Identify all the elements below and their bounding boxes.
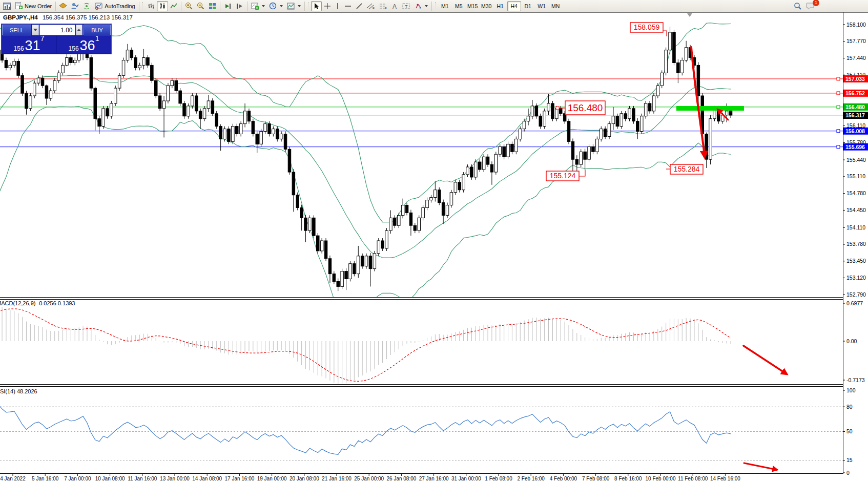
notification-count-badge: 1 [813,0,819,6]
timeframe-m1-button[interactable]: M1 [438,1,452,11]
buy-price-sup: 1 [95,31,99,45]
new-order-label: New Order [25,3,52,9]
svg-text:T: T [405,4,408,9]
text-label-icon: T [402,3,410,10]
svg-text:21 Jan 16:00: 21 Jan 16:00 [322,476,352,481]
candlestick-icon [159,3,166,10]
crosshair-tool-button[interactable] [322,1,333,11]
svg-text:152.790: 152.790 [846,291,866,298]
horizontal-line-tool-button[interactable] [342,1,354,11]
market-news-button[interactable] [81,1,93,11]
template-chart-icon [287,3,295,10]
timeframe-w1-button[interactable]: W1 [535,1,549,11]
timeframe-h4-button[interactable]: H4 [507,1,521,11]
signals-button[interactable] [57,1,69,11]
periods-button[interactable] [267,1,285,11]
zoom-in-button[interactable] [183,1,195,11]
trendline-tool-button[interactable] [354,1,365,11]
volume-decrease-button[interactable] [32,25,39,35]
main-toolbar: New Order AutoTrading [0,0,868,12]
price-axis: 158.100157.770157.440157.110156.110155.7… [837,22,868,298]
sell-price-display[interactable]: 156 31 7 [2,36,56,53]
auto-scroll-button[interactable] [222,1,234,11]
rsi-axis: 1008050150 [843,387,856,476]
timeframe-m30-button[interactable]: M30 [480,1,493,11]
fibonacci-tool-button[interactable]: F [377,1,389,11]
svg-text:14 Feb 16:00: 14 Feb 16:00 [710,476,740,481]
autotrading-button[interactable]: AutoTrading [93,1,137,11]
new-order-button[interactable]: New Order [13,1,54,11]
dropdown-arrow-icon [262,5,265,7]
svg-text:5 Jan 16:00: 5 Jan 16:00 [32,476,59,481]
chart-shift-marker[interactable] [687,13,692,17]
zoom-out-button[interactable] [195,1,206,11]
timeframe-m5-button[interactable]: M5 [452,1,466,11]
candlestick-mode-button[interactable] [157,1,168,11]
svg-text:10 Feb 00:00: 10 Feb 00:00 [646,476,676,481]
bar-chart-mode-button[interactable] [146,1,157,11]
rsi-line [0,404,731,454]
chart-canvas[interactable]: 158.100157.770157.440157.110156.110155.7… [0,0,868,482]
svg-text:0: 0 [846,470,850,476]
timeframe-mn-button[interactable]: MN [549,1,563,11]
volume-increase-button[interactable] [76,25,83,35]
signal-hat-icon [59,3,67,9]
price-annotation[interactable]: 155.284 [666,164,703,174]
highlight-bar[interactable] [676,106,744,111]
broadcast-icon [83,3,91,10]
svg-text:156.752: 156.752 [845,90,865,96]
timeframe-m15-button[interactable]: M15 [466,1,480,11]
timeframe-d1-button[interactable]: D1 [521,1,535,11]
svg-text:158.059: 158.059 [634,23,660,31]
vertical-line-tool-button[interactable] [333,1,342,11]
copy-trading-button[interactable] [69,1,81,11]
fibonacci-icon: F [379,3,387,10]
equidistant-channel-tool-button[interactable]: E [365,1,377,11]
svg-text:4 Jan 2022: 4 Jan 2022 [0,476,26,481]
autotrading-label: AutoTrading [105,3,135,9]
triangle-up-icon [77,29,81,31]
svg-text:154.110: 154.110 [846,224,865,230]
price-annotation[interactable]: 158.059 [630,23,667,36]
price-annotation[interactable]: 155.124 [546,170,585,181]
indicators-button[interactable] [249,1,267,11]
cursor-tool-button[interactable] [311,1,322,11]
templates-button[interactable] [285,1,303,11]
chart-shift-button[interactable] [234,1,245,11]
bollinger-bands [0,23,731,325]
candles [0,27,732,291]
svg-text:153.780: 153.780 [846,241,866,247]
search-button[interactable] [792,1,804,11]
svg-text:-0.7173: -0.7173 [846,377,865,383]
arrows-tool-button[interactable] [412,1,430,11]
text-label-tool-button[interactable]: T [400,1,412,11]
line-chart-mode-button[interactable] [168,1,179,11]
svg-text:155.284: 155.284 [674,165,700,173]
timeframe-h1-button[interactable]: H1 [493,1,507,11]
text-tool-button[interactable]: A [389,1,400,11]
svg-text:13 Jan 00:00: 13 Jan 00:00 [160,476,190,481]
svg-text:154.780: 154.780 [846,190,866,196]
volume-input[interactable] [39,25,75,35]
buy-price-display[interactable]: 156 36 1 [57,36,111,53]
arrow-objects-icon [415,3,422,10]
svg-text:14 Jan 08:00: 14 Jan 08:00 [192,476,222,481]
notifications-button[interactable]: 1 [804,1,817,11]
svg-text:1 Feb 08:00: 1 Feb 08:00 [485,476,512,481]
sell-button[interactable]: SELL [2,25,31,35]
macd-histogram [2,307,731,384]
tile-windows-button[interactable] [206,1,218,11]
price-tag: 156.317 [843,112,868,119]
bar-chart-icon [148,3,155,10]
price-annotation[interactable]: 156.480 [556,101,605,115]
time-axis[interactable]: 4 Jan 20225 Jan 16:007 Jan 00:0010 Jan 0… [0,474,740,481]
svg-text:E: E [373,7,375,10]
symbol-period-label: GBPJPY-,H4 [3,14,38,20]
macd-axis: 0.69770.00-0.7173 [843,300,865,383]
cursor-icon [313,3,320,10]
chart-window-icon [3,3,11,10]
trading-platform-window: 158.100157.770157.440157.110156.110155.7… [0,0,868,482]
sell-price-sup: 7 [40,31,45,45]
chart-window-button[interactable] [1,1,13,11]
svg-text:15: 15 [846,457,853,463]
